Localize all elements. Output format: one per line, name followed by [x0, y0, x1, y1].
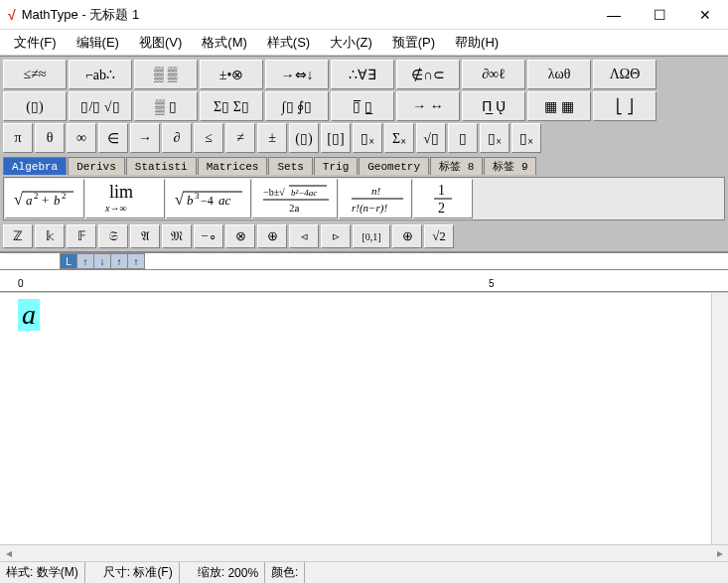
- tpl-sub[interactable]: ▯ₓ: [353, 123, 382, 153]
- sym-element[interactable]: ∈: [98, 123, 128, 153]
- svg-text:b²−4ac: b²−4ac: [291, 188, 317, 198]
- palette-set[interactable]: ∉∩⊂: [396, 60, 460, 89]
- tpl-sum-sub[interactable]: Σₓ: [384, 123, 414, 153]
- palette-embellish[interactable]: ▒ ▒: [134, 60, 198, 89]
- indent-right[interactable]: ↓: [93, 253, 111, 269]
- palette-frac-radical[interactable]: ▯/▯ √▯: [69, 91, 132, 121]
- tpl-discriminant[interactable]: √b3−4ac: [166, 179, 251, 219]
- symbol-palettes: ≤≠≈ ⌐ab∴ ▒ ▒ ±•⊗ →⇔↓ ∴∀∃ ∉∩⊂ ∂∞ℓ λωθ ΛΩΘ…: [0, 56, 728, 252]
- sym-ne[interactable]: ≠: [225, 123, 255, 153]
- tpl-sub3[interactable]: ▯ₓ: [511, 123, 541, 153]
- palette-greek-upper[interactable]: ΛΩΘ: [593, 60, 656, 89]
- scroll-left-icon[interactable]: ◂: [0, 545, 17, 561]
- tpl-box[interactable]: ▯: [448, 123, 478, 153]
- tab-algebra[interactable]: Algebra: [3, 157, 67, 175]
- close-button[interactable]: ✕: [682, 0, 728, 30]
- palette-templates-misc[interactable]: ⎣ ⎦: [593, 91, 656, 121]
- minimize-button[interactable]: —: [591, 0, 637, 30]
- palette-operators[interactable]: ±•⊗: [200, 60, 263, 89]
- menu-format[interactable]: 格式(M): [192, 31, 257, 55]
- maximize-button[interactable]: ☐: [637, 0, 682, 30]
- sym-oplus[interactable]: ⊕: [257, 224, 287, 248]
- palette-fences[interactable]: (▯): [3, 91, 67, 121]
- tpl-limit[interactable]: limx→∞: [85, 179, 165, 219]
- tab-trig[interactable]: Trig: [314, 157, 358, 175]
- sym-pm[interactable]: ±: [257, 123, 287, 153]
- scroll-right-icon[interactable]: ▸: [711, 545, 728, 561]
- tpl-half[interactable]: 12: [413, 179, 473, 219]
- palette-relational[interactable]: ≤≠≈: [3, 60, 67, 89]
- equation-editor[interactable]: a: [0, 292, 728, 544]
- tab-9[interactable]: 标签 9: [484, 157, 536, 175]
- svg-text:x→∞: x→∞: [104, 203, 127, 214]
- tpl-binomial[interactable]: n!r!(n−r)!: [339, 179, 412, 219]
- palette-row-1: ≤≠≈ ⌐ab∴ ▒ ▒ ±•⊗ →⇔↓ ∴∀∃ ∉∩⊂ ∂∞ℓ λωθ ΛΩΘ: [3, 60, 725, 89]
- indent-dec[interactable]: ↑: [110, 253, 128, 269]
- palette-spaces[interactable]: ⌐ab∴: [69, 60, 132, 89]
- tpl-sub2[interactable]: ▯ₓ: [480, 123, 510, 153]
- indent-inc[interactable]: ↑: [127, 253, 145, 269]
- vertical-scrollbar[interactable]: [711, 293, 728, 544]
- sym-sqrt2[interactable]: √2: [424, 224, 454, 248]
- sym-tri-right[interactable]: ▹: [321, 224, 351, 248]
- tab-geometry[interactable]: Geometry: [359, 157, 429, 175]
- tab-statisti[interactable]: Statisti: [126, 157, 197, 175]
- palette-subsup[interactable]: ▒ ▯: [134, 91, 198, 121]
- svg-text:√: √: [14, 191, 23, 208]
- horizontal-scrollbar[interactable]: ◂ ▸: [0, 544, 728, 561]
- sym-S[interactable]: 𝔖: [98, 224, 128, 248]
- sym-tri-left[interactable]: ◃: [289, 224, 319, 248]
- menu-edit[interactable]: 编辑(E): [67, 31, 129, 55]
- tpl-sqrt[interactable]: √▯: [416, 123, 446, 153]
- tab-8[interactable]: 标签 8: [430, 157, 483, 175]
- menu-preset[interactable]: 预置(P): [382, 31, 445, 55]
- palette-greek-lower[interactable]: λωθ: [527, 60, 591, 89]
- tab-derivs[interactable]: Derivs: [68, 157, 125, 175]
- tab-sets[interactable]: Sets: [268, 157, 312, 175]
- tab-matrices[interactable]: Matrices: [198, 157, 268, 175]
- palette-arrows[interactable]: →⇔↓: [265, 60, 329, 89]
- menu-size[interactable]: 大小(Z): [320, 31, 382, 55]
- sym-M[interactable]: 𝔐: [162, 224, 192, 248]
- sym-arrow[interactable]: →: [130, 123, 160, 153]
- menu-file[interactable]: 文件(F): [4, 31, 67, 55]
- sym-partial[interactable]: ∂: [162, 123, 192, 153]
- palette-sum[interactable]: Σ▯ Σ▯: [200, 91, 263, 121]
- palette-matrix[interactable]: ▦ ▦: [527, 91, 591, 121]
- ruler-mark-0: 0: [18, 278, 24, 289]
- tpl-paren[interactable]: (▯): [289, 123, 319, 153]
- sym-interval[interactable]: [0,1]: [353, 224, 390, 248]
- status-style[interactable]: 样式: 数学(M): [0, 562, 85, 583]
- indent-center[interactable]: ↑: [76, 253, 94, 269]
- palette-labeled-arrows[interactable]: → ↔: [396, 91, 460, 121]
- menu-view[interactable]: 视图(V): [129, 31, 192, 55]
- palette-overbar[interactable]: ▯̅ ▯̲: [331, 91, 394, 121]
- sym-le[interactable]: ≤: [194, 123, 223, 153]
- status-size[interactable]: 尺寸: 标准(F): [97, 562, 180, 583]
- sym-k[interactable]: 𝕜: [35, 224, 65, 248]
- palette-logical[interactable]: ∴∀∃: [331, 60, 394, 89]
- sym-infinity[interactable]: ∞: [67, 123, 96, 153]
- menu-style[interactable]: 样式(S): [257, 31, 320, 55]
- tpl-pythag[interactable]: √a2+b2: [5, 179, 84, 219]
- editor-content[interactable]: a: [18, 299, 40, 331]
- palette-misc[interactable]: ∂∞ℓ: [462, 60, 525, 89]
- sym-theta[interactable]: θ: [35, 123, 65, 153]
- status-color[interactable]: 颜色:: [265, 562, 305, 583]
- indent-left[interactable]: L: [60, 253, 77, 269]
- status-zoom[interactable]: 缩放: 200%: [192, 562, 265, 583]
- tpl-bracket[interactable]: [▯]: [321, 123, 351, 153]
- sym-minus-circ[interactable]: −∘: [194, 224, 223, 248]
- menu-help[interactable]: 帮助(H): [445, 31, 509, 55]
- sym-A[interactable]: 𝔄: [130, 224, 160, 248]
- svg-text:1: 1: [438, 183, 445, 198]
- sym-Z[interactable]: ℤ: [3, 224, 33, 248]
- sym-otimes[interactable]: ⊗: [225, 224, 255, 248]
- sym-pi[interactable]: π: [3, 123, 33, 153]
- sym-F[interactable]: 𝔽: [67, 224, 96, 248]
- palette-products[interactable]: Π̲ Ų̇: [462, 91, 525, 121]
- sym-oplus2[interactable]: ⊕: [392, 224, 422, 248]
- ruler[interactable]: 0 5: [0, 270, 728, 292]
- tpl-quadratic[interactable]: −b±√b²−4ac2a: [252, 179, 338, 219]
- palette-integral[interactable]: ∫▯ ∮▯: [265, 91, 329, 121]
